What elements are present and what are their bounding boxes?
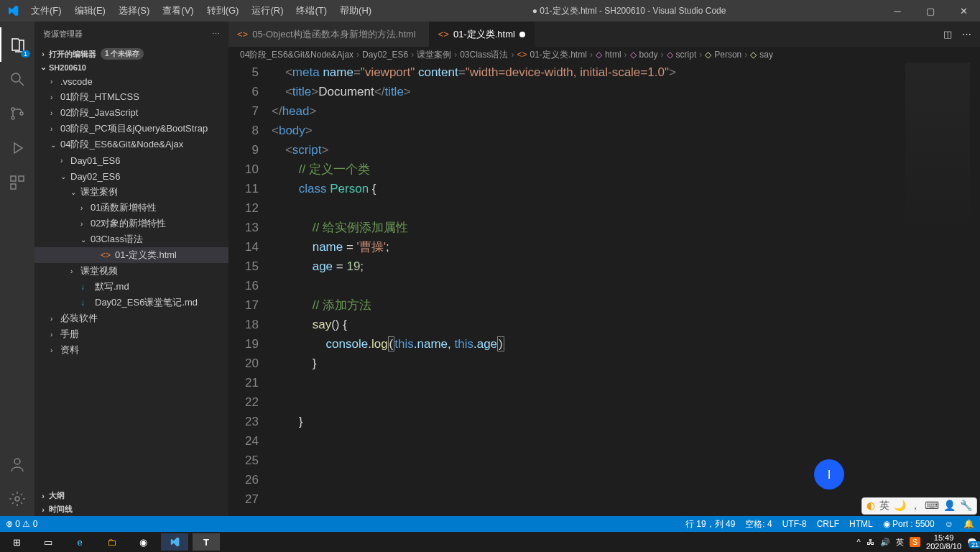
tree-item[interactable]: ›必装软件 [34,310,228,326]
search-icon[interactable] [0,62,34,96]
tray-notifications-icon[interactable]: 💬21 [967,538,977,547]
tree-item[interactable]: ›02对象的新增特性 [34,216,228,231]
cursor-highlight-icon: I [814,459,844,489]
tree-item[interactable]: ⌄04阶段_ES6&Git&Node&Ajax [34,137,228,152]
code-editor[interactable]: 5678910111213141516171819202122232425262… [228,63,980,516]
sidebar: 资源管理器 ⋯ ›打开的编辑器 1 个未保存 ⌄SH200610 ›.vscod… [34,22,228,516]
menu-file[interactable]: 文件(F) [25,1,68,20]
tree-item[interactable]: ›.vscode [34,73,228,89]
svg-rect-5 [19,176,24,181]
menu-help[interactable]: 帮助(H) [334,1,377,20]
activity-bar: 1 [0,22,34,516]
outline-section[interactable]: ›大纲 [34,489,228,502]
html-file-icon: <> [438,29,449,40]
maximize-button[interactable]: ▢ [914,0,947,22]
svg-rect-4 [11,176,16,181]
tree-item[interactable]: ›Day01_ES6 [34,152,228,168]
source-control-icon[interactable] [0,96,34,131]
debug-icon[interactable] [0,131,34,165]
tree-item[interactable]: ↓Day02_ES6课堂笔记.md [34,295,228,310]
tree-item[interactable]: ›课堂视频 [34,263,228,279]
tree-item[interactable]: ›03阶段_PC项目&jQuery&BootStrap [34,121,228,137]
tab-01-define-class[interactable]: <> 01-定义类.html [430,22,535,47]
svg-point-2 [11,116,14,119]
taskbar: ⊞ ▭ e 🗀 ◉ T ^ 🖧 🔊 英 S 15:492020/8/10 💬21 [0,532,980,552]
tray-volume-icon[interactable]: 🔊 [880,538,890,547]
tree-item[interactable]: <>01-定义类.html [34,247,228,263]
split-editor-icon[interactable]: ◫ [943,29,952,40]
tree-item[interactable]: ⌄课堂案例 [34,184,228,200]
minimap[interactable] [905,63,970,228]
tray-up-icon[interactable]: ^ [857,538,861,546]
more-actions-icon[interactable]: ⋯ [962,29,971,40]
minimize-button[interactable]: ─ [881,0,914,22]
main-menu: 文件(F) 编辑(E) 选择(S) 查看(V) 转到(G) 运行(R) 终端(T… [25,1,377,20]
menu-run[interactable]: 运行(R) [246,1,289,20]
dirty-indicator-icon [519,32,525,37]
typora-icon[interactable]: T [193,533,220,551]
statusbar: ⊗ 0 ⚠ 0 行 19，列 49 空格: 4 UTF-8 CRLF HTML … [0,516,980,532]
html-file-icon: <> [237,29,248,40]
close-button[interactable]: ✕ [947,0,980,22]
svg-point-7 [14,459,20,464]
vscode-task-icon[interactable] [161,533,188,551]
tree-item[interactable]: ›01阶段_HTMLCSS [34,89,228,105]
timeline-section[interactable]: ›时间线 [34,502,228,516]
titlebar: 文件(F) 编辑(E) 选择(S) 查看(V) 转到(G) 运行(R) 终端(T… [0,0,980,22]
tree-item[interactable]: ↓默写.md [34,279,228,295]
tree-item[interactable]: ›02阶段_JavaScript [34,105,228,121]
svg-point-8 [15,497,19,501]
svg-point-3 [20,112,23,115]
tab-05-object[interactable]: <> 05-Object构造函数本身新增的方法.html [228,22,430,47]
edge-icon[interactable]: e [66,533,93,551]
menu-select[interactable]: 选择(S) [113,1,155,20]
extensions-icon[interactable] [0,165,34,200]
menu-edit[interactable]: 编辑(E) [69,1,111,20]
sidebar-header: 资源管理器 ⋯ [34,22,228,47]
tray-network-icon[interactable]: 🖧 [866,538,874,546]
editor-area: <> 05-Object构造函数本身新增的方法.html <> 01-定义类.h… [228,22,980,516]
tree-item[interactable]: ›资料 [34,342,228,358]
breadcrumb[interactable]: 04阶段_ES6&Git&Node&Ajax›Day02_ES6›课堂案例›03… [228,47,980,63]
vscode-logo-icon [0,5,25,17]
tray-ime[interactable]: 英 [896,537,904,548]
task-view-icon[interactable]: ▭ [34,533,62,551]
open-editors-section[interactable]: ›打开的编辑器 1 个未保存 [34,47,228,61]
svg-point-0 [11,73,20,82]
explorer-icon[interactable]: 1 [0,27,34,62]
settings-icon[interactable] [0,482,34,516]
explorer-folder-icon[interactable]: 🗀 [98,533,125,551]
tree-item[interactable]: ›01函数新增特性 [34,200,228,216]
menu-view[interactable]: 查看(V) [157,1,199,20]
feedback-icon[interactable]: ☺ [945,519,953,529]
account-icon[interactable] [0,447,34,482]
tabs: <> 05-Object构造函数本身新增的方法.html <> 01-定义类.h… [228,22,980,47]
workspace-root[interactable]: ⌄SH200610 [34,61,228,73]
window-title: ● 01-定义类.html - SH200610 - Visual Studio… [377,5,881,17]
svg-rect-6 [11,184,16,189]
chrome-icon[interactable]: ◉ [129,533,157,551]
menu-goto[interactable]: 转到(G) [201,1,245,20]
eol[interactable]: CRLF [817,519,839,529]
tree-item[interactable]: ›手册 [34,326,228,342]
ime-toolbar[interactable]: ◐英🌙，⌨👤🔧 [861,497,977,515]
menu-terminal[interactable]: 终端(T) [290,1,333,20]
more-icon[interactable]: ⋯ [212,29,220,39]
start-button[interactable]: ⊞ [3,533,30,551]
file-tree: ›.vscode›01阶段_HTMLCSS›02阶段_JavaScript›03… [34,73,228,358]
tray-sogou-icon[interactable]: S [910,537,920,547]
indentation[interactable]: 空格: 4 [745,518,772,530]
tree-item[interactable]: ⌄Day02_ES6 [34,168,228,184]
problems-status[interactable]: ⊗ 0 ⚠ 0 [6,519,37,529]
tray-clock[interactable]: 15:492020/8/10 [926,533,961,551]
tree-item[interactable]: ⌄03Class语法 [34,231,228,247]
language-mode[interactable]: HTML [849,519,873,529]
encoding[interactable]: UTF-8 [782,519,807,529]
svg-point-1 [11,108,14,111]
cursor-position[interactable]: 行 19，列 49 [685,518,735,530]
notifications-icon[interactable]: 🔔 [963,519,974,529]
live-server-port[interactable]: ◉ Port : 5500 [883,519,935,529]
